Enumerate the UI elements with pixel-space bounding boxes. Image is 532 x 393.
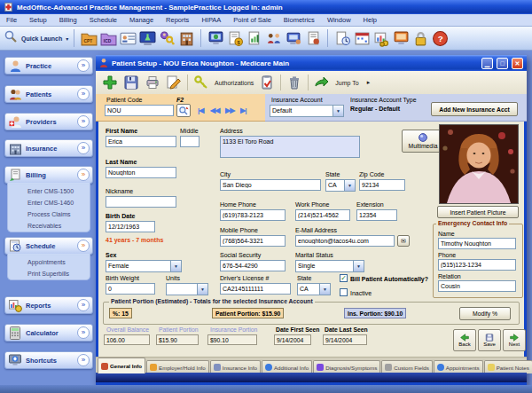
patient-setup-icon[interactable] bbox=[119, 28, 137, 48]
chevron-up-icon[interactable]: » bbox=[77, 169, 90, 181]
tab-appointments[interactable]: Appointments bbox=[434, 360, 483, 373]
tab-employer-hold-info[interactable]: Employer/Hold Info bbox=[146, 360, 209, 373]
nav-first-button[interactable]: |◀ bbox=[198, 106, 203, 114]
lock-icon[interactable] bbox=[411, 28, 429, 48]
mobile-phone-input[interactable] bbox=[220, 235, 286, 247]
sidebar-item-practice[interactable]: Practice » bbox=[4, 57, 93, 75]
menu-manage[interactable]: Manage bbox=[123, 16, 160, 24]
claims-chart-icon[interactable] bbox=[246, 28, 263, 48]
social-security-input[interactable] bbox=[220, 260, 286, 271]
sidebar-item-calculator[interactable]: Calculator » bbox=[4, 324, 93, 342]
first-name-input[interactable] bbox=[106, 136, 176, 147]
sidebar-item-appointments[interactable]: Appointments bbox=[8, 256, 90, 268]
insert-patient-picture-button[interactable]: Insert Patient Picture bbox=[437, 206, 519, 218]
audit-clock-icon[interactable] bbox=[333, 28, 351, 48]
edit-button[interactable] bbox=[163, 72, 184, 93]
patient-document-icon[interactable] bbox=[304, 28, 322, 48]
delete-button[interactable] bbox=[284, 72, 305, 93]
help-icon[interactable]: ? bbox=[431, 28, 449, 48]
sidebar-item-process-claims[interactable]: Process Claims bbox=[8, 208, 90, 220]
insurance-account-select[interactable]: Default▼ bbox=[270, 105, 344, 117]
inactive-checkbox[interactable] bbox=[340, 288, 348, 296]
chevron-down-icon[interactable]: » bbox=[77, 142, 90, 154]
quick-launch-label[interactable]: Quick Launch bbox=[21, 35, 62, 42]
chevron-down-icon[interactable]: » bbox=[77, 354, 90, 366]
tab-insurance-info[interactable]: Insurance Info bbox=[210, 360, 261, 373]
close-button[interactable]: ✕ bbox=[512, 58, 523, 69]
jump-to-button[interactable] bbox=[311, 72, 332, 93]
patient-search-button[interactable] bbox=[176, 104, 191, 117]
sidebar-item-providers[interactable]: Providers » bbox=[4, 113, 93, 130]
emergency-phone-input[interactable] bbox=[438, 259, 516, 271]
menu-billing[interactable]: Billing bbox=[53, 16, 83, 24]
bill-patient-automatically-checkbox[interactable]: ✓ bbox=[340, 274, 348, 282]
sidebar-item-reports[interactable]: Reports » bbox=[4, 296, 93, 314]
tab-general-info[interactable]: General Info bbox=[98, 358, 145, 373]
nav-next-button[interactable]: ▶▶ bbox=[225, 106, 234, 114]
nav-last-button[interactable]: ▶| bbox=[240, 106, 246, 114]
modify-percent-button[interactable]: Modify % bbox=[459, 307, 511, 320]
menu-reports[interactable]: Reports bbox=[160, 16, 195, 24]
send-email-button[interactable]: ✉ bbox=[397, 235, 410, 247]
sidebar-item-receivables[interactable]: Receivables bbox=[8, 220, 90, 232]
minimize-button[interactable]: ▁ bbox=[481, 58, 493, 69]
financial-charts-icon[interactable] bbox=[372, 28, 390, 48]
tab-custom-fields[interactable]: Custom Fields bbox=[381, 360, 433, 373]
nickname-input[interactable] bbox=[106, 196, 176, 208]
menu-point-of-sale[interactable]: Point of Sale bbox=[227, 16, 278, 24]
chevron-down-icon[interactable]: » bbox=[77, 115, 90, 128]
sidebar-item-billing[interactable]: Billing » bbox=[4, 166, 93, 184]
maximize-button[interactable]: □ bbox=[497, 58, 508, 69]
license-state-select[interactable]: CA▼ bbox=[297, 283, 331, 295]
address-input[interactable]: 1133 El Toro Road bbox=[220, 136, 360, 158]
menu-hipaa[interactable]: HIPAA bbox=[195, 16, 227, 24]
save-record-button[interactable]: Save bbox=[478, 329, 501, 351]
authorizations-button[interactable] bbox=[191, 72, 212, 93]
billing-coin-icon[interactable]: $ bbox=[226, 28, 244, 48]
practice-building-icon[interactable] bbox=[177, 28, 195, 48]
point-of-sale-icon[interactable] bbox=[392, 28, 410, 48]
zip-code-input[interactable] bbox=[359, 179, 405, 191]
menu-file[interactable]: File bbox=[0, 16, 23, 24]
chevron-down-icon[interactable]: » bbox=[77, 299, 90, 311]
chevron-down-icon[interactable]: » bbox=[77, 88, 90, 100]
marital-status-select[interactable]: Single▼ bbox=[295, 260, 364, 272]
authorizations-label[interactable]: Authorizations bbox=[215, 80, 254, 86]
sidebar-item-enter-cms-1500[interactable]: Enter CMS-1500 bbox=[8, 185, 90, 197]
quick-launch-search-icon[interactable] bbox=[4, 29, 18, 47]
staff-group-icon[interactable] bbox=[265, 28, 283, 48]
icd-codes-icon[interactable]: ICD bbox=[99, 28, 117, 48]
drivers-license-input[interactable] bbox=[220, 283, 291, 295]
extension-input[interactable] bbox=[356, 209, 397, 221]
chevron-up-icon[interactable]: » bbox=[77, 240, 90, 252]
emergency-relation-input[interactable] bbox=[438, 280, 516, 292]
calendar-grid-icon[interactable] bbox=[353, 28, 371, 48]
middle-input[interactable] bbox=[180, 136, 200, 147]
units-select[interactable]: ▼ bbox=[166, 283, 208, 295]
print-statement-button[interactable] bbox=[142, 72, 163, 93]
tab-patient-notes[interactable]: Patient Notes bbox=[484, 360, 532, 373]
jump-to-label[interactable]: Jump To bbox=[335, 80, 358, 86]
menu-schedule[interactable]: Schedule bbox=[83, 16, 123, 24]
nav-previous-button[interactable]: ◀◀ bbox=[210, 106, 219, 114]
sidebar-item-enter-cms-1460[interactable]: Enter CMS-1460 bbox=[8, 197, 90, 208]
workstation-icon[interactable] bbox=[285, 28, 302, 48]
emergency-name-input[interactable] bbox=[438, 238, 516, 249]
save-button[interactable] bbox=[121, 72, 142, 93]
cpt-codes-icon[interactable]: CPT bbox=[80, 28, 98, 48]
verify-eligibility-button[interactable] bbox=[256, 72, 278, 93]
expand-arrow-icon[interactable]: ▸ bbox=[367, 79, 371, 86]
work-phone-input[interactable] bbox=[295, 209, 350, 221]
menu-setup[interactable]: Setup bbox=[23, 16, 53, 24]
add-patient-button[interactable] bbox=[99, 72, 121, 93]
birth-weight-input[interactable] bbox=[106, 283, 155, 295]
sex-select[interactable]: Female▼ bbox=[106, 260, 182, 272]
add-new-insurance-acct-button[interactable]: Add New Insurance Acct bbox=[431, 102, 518, 116]
quick-launch-dropdown-arrow[interactable]: ▾ bbox=[66, 35, 68, 42]
sidebar-item-patients[interactable]: Patients » bbox=[4, 85, 93, 103]
menu-biometrics[interactable]: Biometrics bbox=[278, 16, 321, 24]
tab-additional-info[interactable]: Additional Info bbox=[262, 360, 312, 373]
security-keys-icon[interactable] bbox=[158, 28, 176, 48]
menu-help[interactable]: Help bbox=[357, 16, 383, 24]
last-name-input[interactable] bbox=[106, 167, 176, 178]
